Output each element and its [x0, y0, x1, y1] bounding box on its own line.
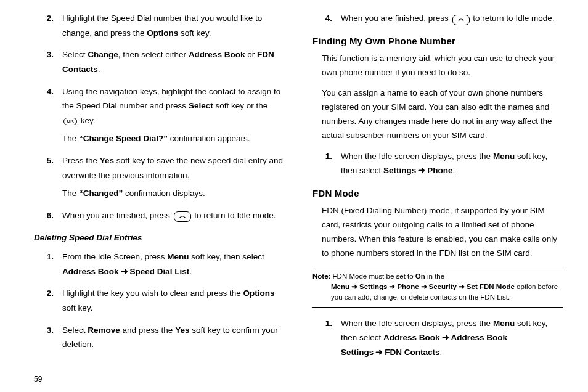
list-item: 5.Press the Yes soft key to save the new…: [34, 153, 285, 201]
list-number: 1.: [312, 149, 341, 178]
list-item: 4.When you are finished, press to return…: [312, 11, 563, 26]
end-call-icon: [174, 211, 191, 222]
arrow-icon: ➜: [440, 333, 451, 342]
paragraph: FDN (Fixed Dialing Number) mode, if supp…: [322, 204, 563, 261]
list-item: 2.Highlight the key you wish to clear an…: [34, 286, 285, 315]
subheading-deleting: Deleting Speed Dial Entries: [34, 231, 285, 245]
arrow-icon: ➜: [119, 267, 130, 276]
list-number: 2.: [34, 286, 62, 315]
list-number: 4.: [34, 84, 62, 147]
arrow-icon: ➜: [457, 283, 467, 290]
list-number: 1.: [312, 316, 341, 360]
arrow-icon: ➜: [416, 166, 427, 175]
list-item: 6.When you are finished, press to return…: [34, 208, 285, 223]
list-number: 3.: [34, 323, 62, 352]
arrow-icon: ➜: [419, 283, 429, 290]
list-item: 1.From the Idle Screen, press Menu soft …: [34, 250, 285, 279]
ok-key-icon: OK: [63, 118, 77, 125]
right-column: 4.When you are finished, press to return…: [312, 11, 563, 386]
left-column: 2.Highlight the Speed Dial number that y…: [34, 11, 285, 386]
arrow-icon: ➜: [387, 283, 397, 290]
page-number: 59: [34, 375, 42, 383]
list-number: 3.: [34, 47, 62, 76]
heading-fdn: FDN Mode: [312, 186, 563, 202]
list-number: 4.: [312, 11, 341, 26]
list-number: 1.: [34, 250, 62, 279]
note-text: Note: FDN Mode must be set to On in the …: [312, 271, 563, 303]
list-item: 3.Select Remove and press the Yes soft k…: [34, 323, 285, 352]
end-call-icon: [452, 15, 470, 25]
list-item: 4.Using the navigation keys, highlight t…: [34, 84, 285, 147]
paragraph: You can assign a name to each of your ow…: [322, 86, 563, 143]
list-number: 6.: [34, 208, 62, 223]
paragraph: This function is a memory aid, which you…: [322, 52, 563, 80]
list-item: 1.When the Idle screen displays, press t…: [312, 149, 563, 178]
list-item: 3.Select Change, then select either Addr…: [34, 47, 285, 76]
list-number: 5.: [34, 153, 62, 201]
note-block: Note: FDN Mode must be set to On in the …: [312, 267, 563, 308]
arrow-icon: ➜: [349, 283, 359, 290]
heading-finding: Finding My Own Phone Number: [312, 33, 563, 49]
list-item: 2.Highlight the Speed Dial number that y…: [34, 11, 285, 40]
arrow-icon: ➜: [374, 348, 385, 357]
list-number: 2.: [34, 11, 62, 40]
list-item: 1.When the Idle screen displays, press t…: [312, 316, 563, 360]
